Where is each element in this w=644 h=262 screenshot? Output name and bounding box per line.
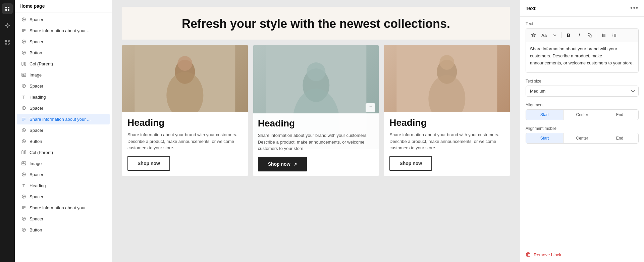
heading-icon: T bbox=[21, 94, 27, 100]
right-card-text: Share information about your brand with … bbox=[389, 132, 504, 151]
spacer-icon bbox=[21, 105, 27, 111]
spacer-icon bbox=[21, 194, 27, 200]
svg-rect-0 bbox=[5, 7, 7, 8]
center-card-shop-button[interactable]: Shop now ↗ bbox=[258, 157, 307, 171]
sidebar-item-image-2[interactable]: Image bbox=[17, 158, 110, 169]
sidebar-item-share-3[interactable]: Share information about your ... bbox=[17, 202, 110, 213]
sidebar: Home page Spacer Share information about… bbox=[15, 0, 112, 262]
right-panel: Text ••• Text Aa bbox=[520, 0, 644, 262]
svg-point-62 bbox=[177, 56, 192, 71]
sidebar-item-spacer-1[interactable]: Spacer bbox=[17, 14, 110, 25]
svg-rect-1 bbox=[8, 7, 9, 8]
toolbar-italic-btn[interactable]: I bbox=[575, 31, 584, 40]
main-canvas: Refresh your style with the newest colle… bbox=[112, 0, 520, 262]
toolbar-fontsize-btn[interactable]: Aa bbox=[539, 31, 549, 40]
text-icon bbox=[21, 28, 27, 34]
text-icon-active bbox=[21, 116, 27, 122]
sidebar-item-spacer-3[interactable]: Spacer bbox=[17, 81, 110, 91]
alignment-mobile-start-btn[interactable]: Start bbox=[526, 133, 564, 143]
nav-icon-pages[interactable] bbox=[2, 3, 13, 14]
sidebar-item-heading-2[interactable]: T Heading bbox=[17, 180, 110, 191]
sidebar-item-share-2[interactable]: Share information about your ... bbox=[17, 114, 110, 124]
alignment-section: Alignment Start Center End bbox=[526, 103, 639, 120]
sidebar-item-label: Spacer bbox=[30, 172, 43, 177]
svg-rect-5 bbox=[5, 40, 7, 42]
text-field-label: Text bbox=[526, 21, 639, 26]
nav-icon-settings[interactable] bbox=[2, 20, 13, 31]
text-size-section: Text size Small Medium Large bbox=[526, 79, 639, 97]
alignment-start-btn[interactable]: Start bbox=[526, 110, 564, 120]
toolbar-bold-btn[interactable]: B bbox=[564, 31, 573, 40]
sidebar-item-spacer-7[interactable]: Spacer bbox=[17, 191, 110, 202]
alignment-mobile-section: Alignment mobile Start Center End bbox=[526, 126, 639, 144]
button-icon bbox=[21, 50, 27, 56]
nav-icon-apps[interactable] bbox=[2, 37, 13, 48]
sidebar-item-spacer-6[interactable]: Spacer bbox=[17, 169, 110, 180]
sidebar-item-spacer-4[interactable]: Spacer bbox=[17, 103, 110, 113]
svg-text:3: 3 bbox=[612, 35, 613, 37]
alignment-center-btn[interactable]: Center bbox=[564, 110, 601, 120]
alignment-label: Alignment bbox=[526, 103, 639, 107]
image-icon bbox=[21, 72, 27, 78]
toolbar-list-btn[interactable] bbox=[599, 31, 608, 40]
sidebar-item-label: Button bbox=[30, 50, 42, 55]
spacer-icon bbox=[21, 39, 27, 45]
toolbar-link-btn[interactable] bbox=[585, 31, 595, 40]
svg-point-74 bbox=[602, 34, 603, 35]
svg-rect-3 bbox=[8, 9, 9, 11]
button-icon bbox=[21, 138, 27, 144]
sidebar-item-col-1[interactable]: Col (Parent) bbox=[17, 58, 110, 69]
sidebar-list: Spacer Share information about your ... … bbox=[15, 12, 112, 262]
remove-block-button[interactable]: Remove block bbox=[526, 252, 639, 257]
hero-title: Refresh your style with the newest colle… bbox=[129, 17, 503, 31]
spacer-icon bbox=[21, 127, 27, 133]
alignment-mobile-center-btn[interactable]: Center bbox=[564, 133, 601, 143]
sidebar-item-spacer-2[interactable]: Spacer bbox=[17, 36, 110, 47]
svg-point-75 bbox=[602, 35, 603, 36]
collapse-btn[interactable]: ⌃ bbox=[366, 103, 375, 112]
sidebar-item-share-1[interactable]: Share information about your ... bbox=[17, 25, 110, 36]
text-editor-box: Aa B I bbox=[526, 28, 639, 73]
sidebar-item-heading-1[interactable]: T Heading bbox=[17, 92, 110, 102]
text-editor-content[interactable]: Share information about your brand with … bbox=[526, 42, 638, 72]
right-card-body: Heading Share information about your bra… bbox=[384, 112, 510, 176]
right-card-heading: Heading bbox=[389, 117, 504, 128]
svg-rect-7 bbox=[5, 43, 7, 44]
svg-rect-22 bbox=[24, 62, 26, 65]
text-size-select[interactable]: Small Medium Large bbox=[526, 86, 639, 97]
sidebar-item-label: Share information about your ... bbox=[30, 28, 91, 33]
text-icon bbox=[21, 205, 27, 211]
sidebar-item-col-2[interactable]: Col (Parent) bbox=[17, 147, 110, 158]
left-card-heading: Heading bbox=[127, 117, 243, 128]
center-card-overlay: Heading Share information about your bra… bbox=[253, 113, 379, 176]
trash-icon bbox=[526, 252, 531, 257]
sidebar-item-button-3[interactable]: Button bbox=[17, 224, 110, 235]
toolbar-fontsize-chevron[interactable] bbox=[550, 31, 559, 40]
alignment-mobile-end-btn[interactable]: End bbox=[601, 133, 638, 143]
sidebar-item-label: Col (Parent) bbox=[30, 150, 53, 155]
sidebar-item-spacer-5[interactable]: Spacer bbox=[17, 125, 110, 136]
sidebar-item-label: Col (Parent) bbox=[30, 61, 53, 66]
toolbar-ai-btn[interactable] bbox=[529, 31, 538, 40]
sidebar-item-spacer-8[interactable]: Spacer bbox=[17, 213, 110, 224]
sidebar-item-label: Spacer bbox=[30, 84, 43, 89]
sidebar-item-button-2[interactable]: Button bbox=[17, 136, 110, 147]
sidebar-item-label: Spacer bbox=[30, 128, 43, 133]
toolbar-ordered-list-btn[interactable]: 123 bbox=[610, 31, 619, 40]
hero-section: Refresh your style with the newest colle… bbox=[122, 7, 510, 40]
sidebar-item-image-1[interactable]: Image bbox=[17, 69, 110, 80]
right-card-shop-button[interactable]: Shop now bbox=[389, 156, 432, 171]
left-card-shop-button[interactable]: Shop now bbox=[127, 156, 170, 171]
text-field-section: Text Aa bbox=[526, 21, 639, 73]
alignment-end-btn[interactable]: End bbox=[601, 110, 638, 120]
right-card-image bbox=[384, 45, 510, 112]
sidebar-item-button-1[interactable]: Button bbox=[17, 47, 110, 58]
right-panel-body: Text Aa bbox=[520, 17, 644, 247]
toolbar-separator-1 bbox=[561, 32, 562, 38]
spacer-icon bbox=[21, 16, 27, 22]
sidebar-item-label: Image bbox=[30, 72, 42, 77]
sidebar-item-label: Spacer bbox=[30, 216, 43, 221]
toolbar-separator-2 bbox=[597, 32, 597, 38]
more-options-button[interactable]: ••• bbox=[630, 5, 639, 12]
sidebar-item-label: Share information about your ... bbox=[30, 205, 91, 210]
